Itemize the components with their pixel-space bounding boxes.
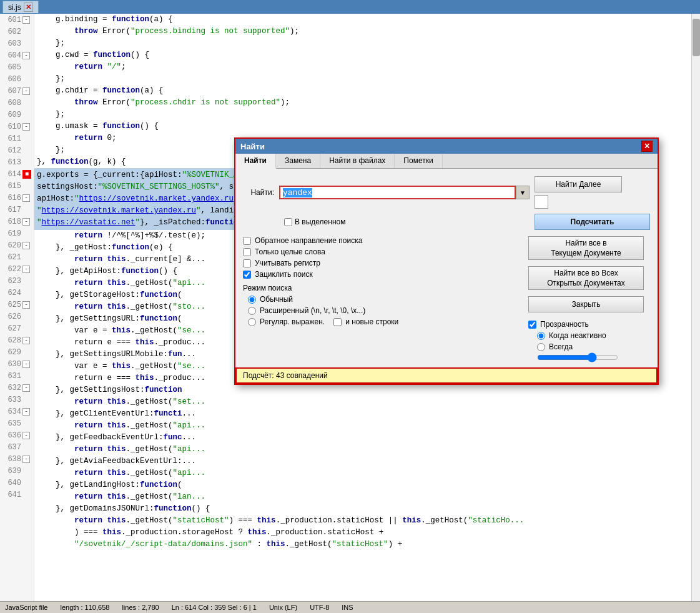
line-num-615: 615 [0,180,34,192]
mode-extended-radio[interactable] [248,307,256,315]
status-unix: Unix (LF) [269,604,297,611]
mode-regex: Регуляр. выражен. и новые строки [248,317,521,326]
fold-icon-607[interactable]: - [22,87,30,95]
line-num-628: 628- [0,334,34,346]
code-line-631: return this._getHost("api... [34,420,691,432]
fold-icon-622[interactable]: - [22,266,30,273]
options-left: Обратное направление поиска Только целые… [243,236,521,360]
status-length: length : 110,658 [60,604,109,611]
code-line-638: }, getDomainsJSONUrl:function() { [34,503,691,515]
code-line-603: }; [34,37,691,49]
mode-normal: Обычный [248,295,521,304]
new-lines-checkbox[interactable] [333,318,342,326]
code-line-608: throw Error("process.chdir is not suppor… [34,97,691,109]
line-num-604: 604 - [0,49,34,61]
line-num-616: 616- [0,192,34,204]
vertical-scrollbar[interactable] [691,14,700,601]
fold-icon-620[interactable]: - [22,242,30,249]
status-bar: JavaScript file length : 110,658 lines :… [0,601,700,613]
line-num-625: 625- [0,299,34,311]
line-num-601: 601 - [0,14,34,26]
slider-container [537,355,650,360]
transparency-slider[interactable] [537,355,618,360]
fold-icon-601[interactable]: - [22,16,30,24]
title-bar: si.js ✕ [0,0,700,14]
count-row: В выделенном Подсчитать [243,214,650,230]
reverse-checkbox[interactable] [243,237,251,245]
line-num-629: 629 [0,346,34,358]
file-tab[interactable]: si.js ✕ [2,1,39,13]
code-line-637: return this._getHost("lan... [34,491,691,503]
fold-icon-616[interactable]: - [22,194,30,202]
search-row: Найти: yandex ▼ Найти Далее [243,176,650,209]
line-num-638: 638- [0,453,34,465]
fold-icon-632[interactable]: - [22,384,30,392]
code-line-601: g.binding = function(a) { [34,14,691,26]
fold-icon-638[interactable]: - [22,456,30,463]
line-numbers-panel: 601 - 602 603 604 - 605 606 [0,14,34,601]
fold-icon-636[interactable]: - [22,432,30,439]
dropdown-arrow[interactable]: ▼ [516,186,530,199]
search-mode-label: Режим поиска [243,284,521,292]
fold-icon-618[interactable]: - [22,218,30,226]
editor-window: si.js ✕ 601 - 602 603 604 - [0,0,700,613]
line-num-618: 618- [0,216,34,227]
fold-icon-610[interactable]: - [22,123,30,131]
match-case-checkbox[interactable] [243,259,251,267]
count-button[interactable]: Подсчитать [535,214,650,230]
fold-icon-625[interactable]: - [22,301,30,309]
option-whole-word: Только целые слова [243,247,521,256]
scrollbar-thumb[interactable] [693,19,700,56]
line-num-611: 611 [0,132,34,144]
code-line-609: }; [34,109,691,121]
line-num-621: 621 [0,251,34,263]
line-num-622: 622- [0,263,34,275]
code-line-639: return this._getHost("staticHost") === t… [34,515,691,527]
find-all-open-button[interactable]: Найти все во ВсехОткрытых Документах [528,266,644,290]
line-num-634: 634- [0,406,34,417]
code-line-634: }, getAviaFeedbackEventUrl:... [34,456,691,467]
line-num-603: 603 [0,37,34,49]
search-input-display[interactable]: yandex [279,186,516,199]
close-button[interactable]: Закрыть [528,296,644,312]
fold-icon-628[interactable]: - [22,337,30,344]
code-line-606: }; [34,73,691,85]
when-inactive-row: Когда неактивно [537,331,650,340]
line-num-637: 637 [0,441,34,453]
tab-replace[interactable]: Замена [276,154,320,168]
find-dialog[interactable]: Найти ✕ Найти Замена Найти в файлах Поме… [234,137,659,385]
mode-normal-radio[interactable] [248,296,256,304]
when-inactive-radio[interactable] [537,332,545,340]
code-line-629: return this._getHost("set... [34,396,691,408]
dialog-close-icon[interactable]: ✕ [641,141,653,152]
line-num-641: 641 [0,489,34,501]
always-radio[interactable] [537,343,545,351]
find-all-current-button[interactable]: Найти все вТекущем Документе [528,236,644,260]
tab-marks[interactable]: Пометки [395,154,442,168]
code-line-635: return this._getHost("api... [34,467,691,479]
fold-icon-604[interactable]: - [22,52,30,59]
dialog-status-bar: Подсчёт: 43 совпадений [235,367,658,384]
dialog-body: Найти: yandex ▼ Найти Далее [235,169,658,367]
line-num-623: 623 [0,275,34,287]
tab-find-in-files[interactable]: Найти в файлах [320,154,395,168]
tab-find[interactable]: Найти [235,154,276,169]
fold-icon-630[interactable]: - [22,361,30,368]
code-line-633: return this._getHost("api... [34,444,691,456]
dialog-status-text: Подсчёт: 43 совпадений [243,371,328,380]
option-match-case: Учитывать регистр [243,259,521,267]
count-button-wrap: Подсчитать [535,214,650,230]
whole-word-checkbox[interactable] [243,248,251,256]
status-file-type: JavaScript file [5,604,47,611]
transparency-checkbox[interactable] [528,321,536,329]
tab-close-icon[interactable]: ✕ [24,2,33,12]
wrap-checkbox[interactable] [243,271,251,279]
line-num-607: 607 - [0,85,34,97]
always-row: Всегда [537,342,650,351]
mode-regex-radio[interactable] [248,318,256,326]
in-selection-checkbox[interactable] [284,218,292,226]
line-num-606: 606 [0,73,34,85]
right-buttons-top: Найти Далее [535,176,650,209]
fold-icon-634[interactable]: - [22,408,30,416]
find-next-button[interactable]: Найти Далее [535,176,622,192]
